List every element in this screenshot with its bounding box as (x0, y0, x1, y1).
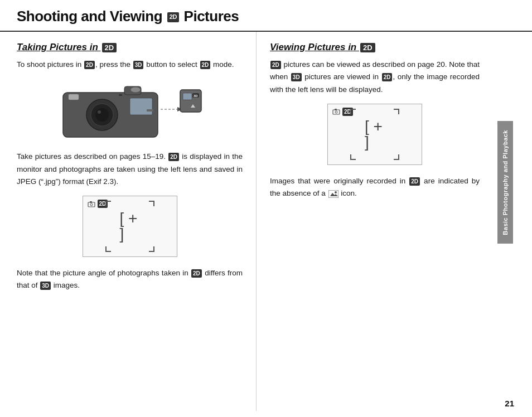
viewing-para2: Images that were originally recorded in … (270, 175, 480, 200)
camera-icon-left (88, 201, 95, 207)
crosshair-right: [ + ] (365, 124, 385, 144)
svg-rect-18 (88, 202, 95, 207)
crosshair-left: [ + ] (120, 216, 140, 236)
bracket-tl-right (350, 109, 356, 114)
mountain-icon (328, 190, 338, 198)
page-title: Shooting and Viewing 2D Pictures (17, 8, 515, 25)
svg-rect-10 (147, 109, 153, 111)
p1-2d-badge1: 2D (84, 61, 95, 69)
bracket-tr (149, 201, 154, 206)
svg-rect-7 (69, 94, 79, 100)
vp1-2d-badge1: 2D (270, 61, 281, 69)
bracket-tr-right (394, 109, 399, 114)
p1-2d-badge2: 2D (200, 61, 211, 69)
svg-point-6 (130, 87, 141, 93)
viewing-pictures-body2: Images that were originally recorded in … (270, 175, 480, 200)
svg-rect-14 (183, 93, 192, 100)
taking-2d-badge: 2D (102, 43, 117, 52)
bracket-br (149, 246, 154, 252)
svg-point-19 (90, 203, 93, 206)
svg-rect-9 (119, 94, 122, 96)
viewing-para1: 2D pictures can be viewed as described o… (270, 59, 480, 96)
taking-pictures-body2: Take pictures as described on pages 15–1… (17, 151, 243, 188)
side-tab: Basic Photography and Playback (497, 121, 513, 244)
taking-para1: To shoot pictures in 2D, press the 3D bu… (17, 59, 243, 71)
taking-pictures-title: Taking Pictures in 2D (17, 42, 243, 53)
svg-rect-23 (335, 109, 337, 110)
vp2-2d-badge: 2D (409, 177, 420, 186)
p1-3d-badge: 3D (133, 61, 144, 69)
bracket-tl (105, 201, 111, 206)
viewfinder-left: 2D [ + ] (83, 196, 177, 257)
svg-marker-25 (330, 193, 338, 196)
bracket-bl-right (350, 154, 356, 160)
camera-illustration: 3D (17, 79, 243, 143)
camera-svg: 3D (57, 79, 202, 143)
svg-point-3 (95, 108, 109, 122)
bracket-bl (105, 246, 111, 252)
svg-rect-8 (130, 98, 152, 115)
left-column: Taking Pictures in 2D To shoot pictures … (0, 32, 257, 411)
taking-pictures-body: To shoot pictures in 2D, press the 3D bu… (17, 59, 243, 71)
page-header: Shooting and Viewing 2D Pictures (0, 0, 532, 32)
taking-para3: Note that the picture angle of photograp… (17, 267, 243, 292)
viewfinder-right: 2D [ + ] (327, 104, 422, 165)
p2-2d-badge: 2D (168, 153, 179, 161)
page-number: 21 (505, 399, 514, 408)
taking-para2: Take pictures as described on pages 15–1… (17, 151, 243, 188)
p3-3d-badge: 3D (40, 282, 51, 290)
viewing-pictures-title: Viewing Pictures in 2D (270, 42, 480, 53)
vp1-3d-badge: 3D (291, 73, 302, 81)
side-tab-text: Basic Photography and Playback (502, 130, 509, 235)
viewing-2d-badge: 2D (360, 43, 375, 52)
camera-icon-right (332, 108, 340, 115)
svg-point-22 (335, 111, 337, 113)
right-column: Viewing Pictures in 2D 2D pictures can b… (257, 32, 513, 411)
header-2d-badge: 2D (167, 12, 179, 22)
viewing-pictures-body: 2D pictures can be viewed as described o… (270, 59, 480, 96)
bracket-br-right (394, 154, 399, 160)
svg-text:3D: 3D (194, 94, 198, 98)
vp1-2d-badge2: 2D (382, 73, 393, 81)
svg-rect-21 (333, 110, 340, 114)
svg-rect-20 (90, 201, 92, 203)
content-columns: Taking Pictures in 2D To shoot pictures … (0, 32, 532, 411)
p3-2d-badge: 2D (191, 269, 202, 278)
page-container: Shooting and Viewing 2D Pictures Taking … (0, 0, 532, 417)
svg-point-26 (335, 191, 337, 193)
svg-point-4 (98, 110, 101, 114)
taking-pictures-body3: Note that the picture angle of photograp… (17, 267, 243, 292)
